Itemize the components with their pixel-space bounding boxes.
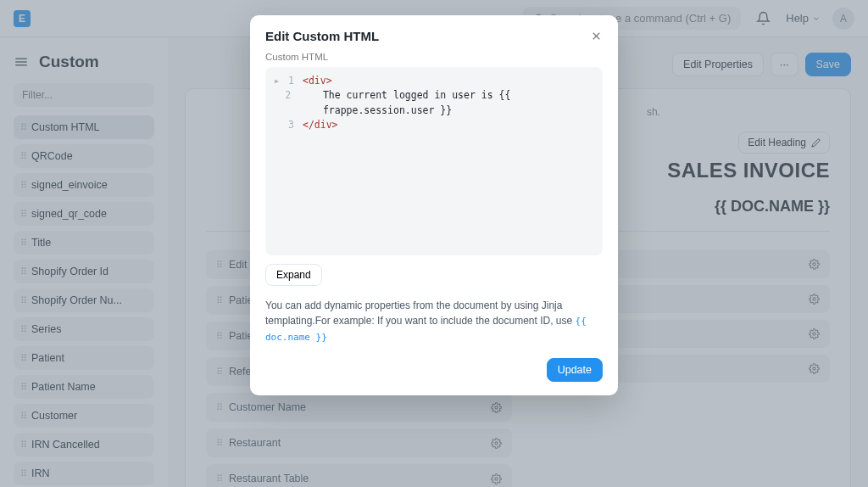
code-editor[interactable]: ▸1<div> 2 The current logged in user is … — [265, 67, 603, 255]
modal-title: Edit Custom HTML — [265, 29, 379, 43]
modal-help-text: You can add dynamic properties from the … — [265, 298, 603, 344]
expand-button[interactable]: Expand — [265, 264, 322, 286]
modal-close-button[interactable] — [590, 30, 603, 42]
close-icon — [590, 30, 603, 42]
update-button[interactable]: Update — [547, 358, 603, 382]
modal-backdrop[interactable]: Edit Custom HTML Custom HTML ▸1<div> 2 T… — [0, 0, 868, 487]
custom-html-label: Custom HTML — [265, 52, 603, 62]
fold-icon[interactable]: ▸ — [274, 74, 282, 88]
edit-custom-html-modal: Edit Custom HTML Custom HTML ▸1<div> 2 T… — [250, 15, 618, 395]
